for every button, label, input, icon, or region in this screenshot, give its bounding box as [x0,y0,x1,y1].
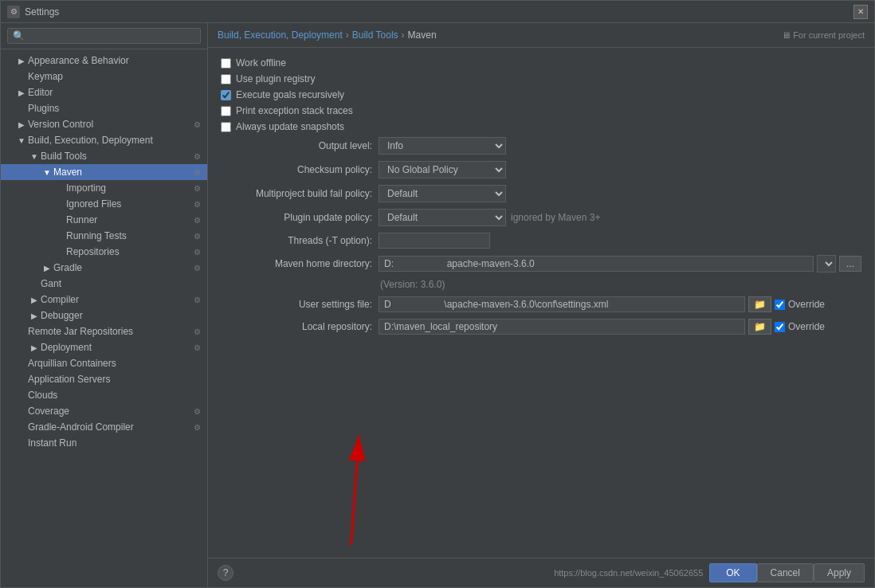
sidebar-item-gradle-android[interactable]: Gradle-Android Compiler ⚙ [1,419,207,435]
sidebar-item-label: Arquillian Containers [28,358,116,369]
always-update-checkbox[interactable] [221,122,231,132]
arrow-icon: ▶ [17,120,26,129]
sidebar-item-label: Remote Jar Repositories [28,326,133,337]
maven-home-browse-button[interactable]: ... [839,256,861,272]
sidebar-item-gradle[interactable]: ▶ Gradle ⚙ [1,260,207,276]
cancel-button[interactable]: Cancel [757,563,814,582]
sidebar-item-remote-jar[interactable]: Remote Jar Repositories ⚙ [1,323,207,339]
search-input[interactable] [7,28,201,44]
sidebar-item-build-tools[interactable]: ▼ Build Tools ⚙ [1,148,207,164]
settings-panel: Work offline Use plugin registry Execute… [208,48,874,558]
arrow-icon: ▼ [42,167,52,177]
multiproject-policy-label: Multiproject build fail policy: [221,188,372,199]
sidebar-item-label: Gradle-Android Compiler [28,421,134,433]
maven-home-input[interactable] [379,256,814,272]
checksum-policy-row: Checksum policy: No Global Policy Strict… [221,161,861,178]
sidebar-item-plugins[interactable]: Plugins [1,100,207,116]
maven-home-dropdown[interactable] [817,255,836,272]
work-offline-checkbox[interactable] [221,58,231,69]
arrow-icon [17,438,26,448]
local-repo-input[interactable] [379,319,745,335]
arrow-icon: ▶ [29,343,39,352]
user-settings-override-checkbox[interactable] [775,300,785,310]
breadcrumb-part1[interactable]: Build, Execution, Deployment [218,29,343,41]
gear-icon: ⚙ [194,264,201,272]
sidebar-item-label: Editor [28,87,53,98]
sidebar-item-repositories[interactable]: Repositories ⚙ [1,244,207,260]
gear-icon: ⚙ [194,152,201,161]
threads-input[interactable] [379,233,490,249]
sidebar-item-appearance[interactable]: ▶ Appearance & Behavior [1,53,207,69]
arrow-icon [29,279,39,288]
output-level-select[interactable]: Info Debug Warn Error [379,137,506,155]
sidebar-item-label: Repositories [66,246,120,257]
ok-button[interactable]: OK [709,563,756,582]
version-note: (Version: 3.6.0) [221,279,861,290]
checksum-policy-select[interactable]: No Global Policy Strict Lenient [379,161,506,178]
close-button[interactable]: ✕ [853,5,868,19]
sidebar-item-label: Gant [41,278,61,289]
gear-icon: ⚙ [194,184,201,193]
output-level-row: Output level: Info Debug Warn Error [221,137,861,155]
sidebar-item-maven[interactable]: ▼ Maven ⚙ [1,164,207,180]
sidebar-item-clouds[interactable]: Clouds [1,387,207,403]
help-button[interactable]: ? [218,565,233,581]
settings-window: ⚙ Settings ✕ ▶ Appearance & Behavior Key… [0,0,875,588]
sidebar-item-label: Deployment [41,342,92,353]
ignored-note: ignored by Maven 3+ [511,212,600,223]
arrow-icon [17,422,26,432]
sidebar-item-importing[interactable]: Importing ⚙ [1,180,207,196]
sidebar-item-arquillian[interactable]: Arquillian Containers [1,355,207,371]
arrow-icon [17,390,26,400]
sidebar-item-compiler[interactable]: ▶ Compiler ⚙ [1,292,207,308]
user-settings-input[interactable] [379,296,745,312]
local-repo-control: 📁 Override [379,319,861,335]
execute-goals-checkbox[interactable] [221,90,231,100]
breadcrumb-part2[interactable]: Build Tools [352,29,398,41]
user-settings-browse-button[interactable]: 📁 [748,296,771,312]
arrow-icon [55,231,65,241]
sidebar-item-label: Gradle [53,262,82,273]
sidebar-item-version-control[interactable]: ▶ Version Control ⚙ [1,116,207,132]
sidebar-item-coverage[interactable]: Coverage ⚙ [1,403,207,419]
nav-tree: ▶ Appearance & Behavior Keymap ▶ Editor … [1,49,207,587]
apply-button[interactable]: Apply [814,563,865,582]
arrow-icon: ▶ [42,263,52,272]
sidebar-item-label: Coverage [28,406,69,417]
gear-icon: ⚙ [194,216,201,225]
multiproject-policy-select[interactable]: Default Never Always At End [379,185,506,202]
always-update-row: Always update snapshots [221,121,861,132]
sidebar-item-running-tests[interactable]: Running Tests ⚙ [1,228,207,244]
settings-icon: ⚙ [7,6,20,18]
plugin-update-policy-select[interactable]: Default Never Always Daily [379,209,506,226]
sidebar-item-runner[interactable]: Runner ⚙ [1,212,207,228]
sidebar-item-debugger[interactable]: ▶ Debugger [1,308,207,323]
sidebar-item-build-exec[interactable]: ▼ Build, Execution, Deployment [1,132,207,148]
print-exception-checkbox[interactable] [221,106,231,116]
arrow-icon [55,215,65,225]
breadcrumb-sep1: › [346,29,349,41]
maven-home-label: Maven home directory: [221,258,372,269]
sidebar-item-gant[interactable]: Gant [1,276,207,292]
threads-row: Threads (-T option): [221,233,861,249]
sidebar-item-keymap[interactable]: Keymap [1,69,207,84]
sidebar-item-app-servers[interactable]: Application Servers [1,371,207,387]
plugin-update-policy-control: Default Never Always Daily ignored by Ma… [379,209,861,226]
local-repo-override-checkbox[interactable] [775,322,785,332]
arrow-icon: ▼ [29,151,39,161]
sidebar-item-editor[interactable]: ▶ Editor [1,84,207,100]
sidebar-item-label: Running Tests [66,230,127,241]
checksum-policy-label: Checksum policy: [221,164,372,175]
local-repo-browse-button[interactable]: 📁 [748,319,771,335]
sidebar-item-ignored-files[interactable]: Ignored Files ⚙ [1,196,207,212]
breadcrumb-sep2: › [402,29,405,41]
sidebar-item-deployment[interactable]: ▶ Deployment ⚙ [1,339,207,355]
arrow-icon [17,406,26,416]
sidebar-item-label: Debugger [41,310,83,321]
use-plugin-registry-checkbox[interactable] [221,74,231,84]
sidebar-item-instant-run[interactable]: Instant Run [1,435,207,451]
arrow-icon [55,183,65,193]
gear-icon: ⚙ [194,168,201,177]
url-label: https://blog.csdn.net/weixin_45062655 [554,568,703,578]
local-repo-label: Local repository: [221,321,372,332]
